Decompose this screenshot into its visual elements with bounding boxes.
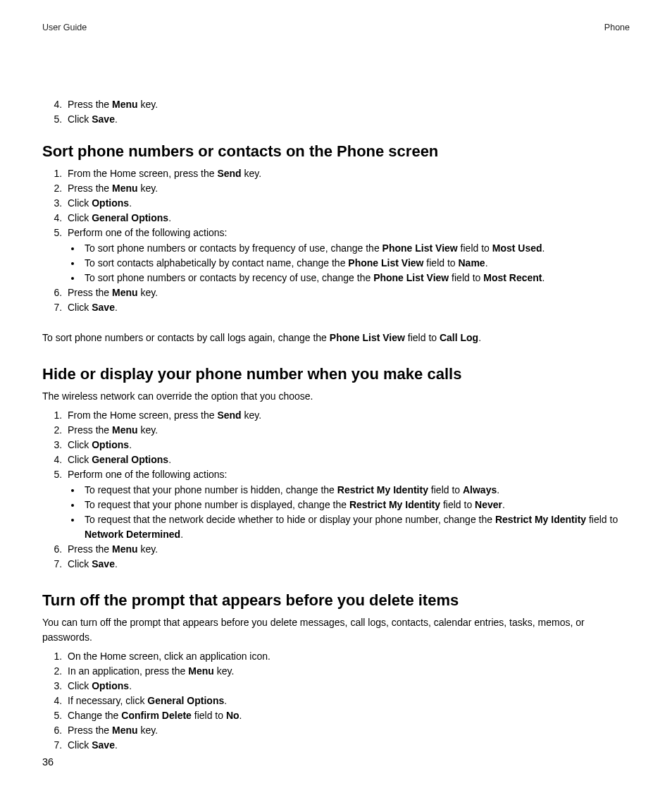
list-item: Click Options.: [65, 196, 630, 211]
list-item: Perform one of the following actions:To …: [65, 467, 630, 542]
step-list: On the Home screen, click an application…: [65, 649, 630, 753]
list-item: From the Home screen, press the Send key…: [65, 408, 630, 423]
list-item: Click General Options.: [65, 452, 630, 467]
page-header: User Guide Phone: [42, 23, 630, 32]
list-item: Click Options.: [65, 679, 630, 694]
list-item: To sort phone numbers or contacts by rec…: [82, 271, 630, 285]
step-list: From the Home screen, press the Send key…: [65, 408, 630, 572]
section-heading: Sort phone numbers or contacts on the Ph…: [42, 142, 630, 161]
list-item: On the Home screen, click an application…: [65, 649, 630, 664]
trailing-note: To sort phone numbers or contacts by cal…: [42, 331, 630, 345]
list-item: Press the Menu key.: [65, 181, 630, 196]
list-item: Click Save.: [65, 557, 630, 572]
sub-bullet-list: To request that your phone number is hid…: [82, 483, 630, 542]
list-item: To sort phone numbers or contacts by fre…: [82, 241, 630, 256]
list-item: Click General Options.: [65, 211, 630, 226]
list-item: Press the Menu key.: [65, 723, 630, 738]
section-intro: The wireless network can override the op…: [42, 389, 630, 404]
list-item: Perform one of the following actions:To …: [65, 226, 630, 285]
list-item: Press the Menu key.: [65, 542, 630, 557]
sub-bullet-list: To sort phone numbers or contacts by fre…: [82, 241, 630, 285]
list-item: To request that your phone number is dis…: [82, 498, 630, 512]
continued-step-list: Press the Menu key.Click Save.: [65, 97, 630, 127]
list-item: To request that your phone number is hid…: [82, 483, 630, 498]
list-item: Click Save.: [65, 738, 630, 753]
list-item: Click Save.: [65, 112, 630, 127]
list-item: If necessary, click General Options.: [65, 694, 630, 708]
section-heading: Hide or display your phone number when y…: [42, 365, 630, 383]
header-left: User Guide: [42, 23, 87, 32]
list-item: To sort contacts alphabetically by conta…: [82, 256, 630, 271]
page-number: 36: [42, 756, 54, 768]
header-right: Phone: [604, 23, 630, 32]
section-sort-phone: Sort phone numbers or contacts on the Ph…: [42, 142, 630, 345]
list-item: Press the Menu key.: [65, 423, 630, 438]
list-item: In an application, press the Menu key.: [65, 664, 630, 679]
section-hide-display: Hide or display your phone number when y…: [42, 365, 630, 572]
list-item: From the Home screen, press the Send key…: [65, 166, 630, 181]
step-list: From the Home screen, press the Send key…: [65, 166, 630, 315]
section-heading: Turn off the prompt that appears before …: [42, 591, 630, 610]
list-item: Press the Menu key.: [65, 97, 630, 112]
list-item: Click Options.: [65, 438, 630, 452]
list-item: Press the Menu key.: [65, 285, 630, 300]
list-item: Change the Confirm Delete field to No.: [65, 708, 630, 723]
list-item: Click Save.: [65, 300, 630, 315]
section-intro: You can turn off the prompt that appears…: [42, 615, 630, 645]
section-turn-off-prompt: Turn off the prompt that appears before …: [42, 591, 630, 753]
list-item: To request that the network decide wheth…: [82, 512, 630, 542]
